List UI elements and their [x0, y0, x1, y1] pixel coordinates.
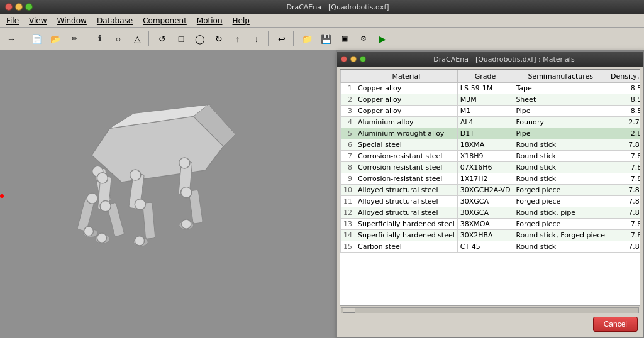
table-row[interactable]: 14 Superficially hardened steel 30X2HBA …	[341, 230, 641, 241]
cell-grade: 07X16H6	[457, 162, 513, 173]
table-row[interactable]: 12 Alloyed structural steel 30XGCA Round…	[341, 207, 641, 219]
cell-density: 7.85	[608, 139, 640, 151]
minimize-button[interactable]	[15, 3, 23, 11]
toolbar-undo-btn[interactable]: ↩	[273, 30, 291, 48]
svg-point-12	[182, 219, 191, 229]
cell-num: 8	[341, 162, 355, 173]
scroll-track[interactable]	[341, 307, 639, 313]
col-grade[interactable]: Grade	[457, 70, 513, 83]
menu-database[interactable]: Database	[92, 15, 138, 26]
materials-table-container[interactable]: Material Grade Semimanufactures Density,…	[340, 69, 640, 305]
window-controls[interactable]	[5, 3, 33, 11]
table-row[interactable]: 5 Aluminium wrought alloy D1T Pipe 2.8 7…	[341, 128, 641, 139]
table-row[interactable]: 9 Corrosion-resistant steel 1X17H2 Round…	[341, 173, 641, 185]
cell-grade: D1T	[457, 128, 513, 139]
dialog-title-bar[interactable]: DraCAEna - [Quadrobotis.dxf] : Materials	[337, 52, 643, 67]
table-row[interactable]: 8 Corrosion-resistant steel 07X16H6 Roun…	[341, 162, 641, 173]
cell-semi: Forged piece	[513, 196, 608, 207]
toolbar-rotatecw-btn[interactable]: ↻	[210, 30, 228, 48]
cell-grade: 30X2HBA	[457, 230, 513, 241]
svg-point-22	[135, 236, 144, 246]
dialog-max-btn[interactable]	[360, 56, 366, 62]
svg-point-16	[100, 201, 111, 212]
materials-table: Material Grade Semimanufactures Density,…	[340, 70, 640, 253]
cell-material: Corrosion-resistant steel	[355, 162, 458, 173]
cell-material: Corrosion-resistant steel	[355, 173, 458, 185]
table-row[interactable]: 4 Aluminium alloy AL4 Foundry 2.78 7000	[341, 117, 641, 128]
toolbar-sep-3	[148, 31, 151, 46]
menu-window[interactable]: Window	[52, 15, 92, 26]
dialog-close-btn[interactable]	[341, 56, 347, 62]
cell-grade: CT 45	[457, 241, 513, 253]
table-row[interactable]: 1 Copper alloy LS-59-1M Tape 8.5 10000	[341, 83, 641, 94]
toolbar-play-btn[interactable]: ▶	[374, 30, 391, 48]
col-num	[341, 70, 355, 83]
cell-material: Alloyed structural steel	[355, 196, 458, 207]
toolbar-info-btn[interactable]: ℹ	[91, 30, 108, 48]
toolbar-edit-btn[interactable]: ✏	[65, 30, 83, 48]
col-semi[interactable]: Semimanufactures	[513, 70, 608, 83]
toolbar-rect-btn[interactable]: □	[172, 30, 190, 48]
menu-view[interactable]: View	[24, 15, 52, 26]
cell-material: Superficially hardened steel	[355, 219, 458, 230]
cell-num: 4	[341, 117, 355, 128]
cell-semi: Sheet	[513, 94, 608, 106]
cell-material: Carbon steel	[355, 241, 458, 253]
cell-num: 7	[341, 151, 355, 162]
col-density[interactable]: Density, g/cm³	[608, 70, 640, 83]
cell-num: 5	[341, 128, 355, 139]
menu-component[interactable]: Component	[138, 15, 192, 26]
toolbar-save-btn[interactable]: 💾	[317, 30, 335, 48]
table-row[interactable]: 7 Corrosion-resistant steel X18H9 Round …	[341, 151, 641, 162]
toolbar-export-btn[interactable]: ▣	[336, 30, 353, 48]
table-row[interactable]: 3 Copper alloy M1 Pipe 8.5 10000	[341, 106, 641, 117]
cell-grade: 1X17H2	[457, 173, 513, 185]
cell-density: 8.5	[608, 94, 640, 106]
table-row[interactable]: 6 Special steel 18XMA Round stick 7.85 2…	[341, 139, 641, 151]
table-row[interactable]: 13 Superficially hardened steel 38XMOA F…	[341, 219, 641, 230]
cell-material: Corrosion-resistant steel	[355, 151, 458, 162]
table-row[interactable]: 11 Alloyed structural steel 30XGCA Forge…	[341, 196, 641, 207]
table-row[interactable]: 15 Carbon steel CT 45 Round stick 7.82 2…	[341, 241, 641, 253]
close-button[interactable]	[5, 3, 13, 11]
toolbar-arrowdown-btn[interactable]: ↓	[248, 30, 265, 48]
toolbar-settings-btn[interactable]: ⚙	[355, 30, 372, 48]
toolbar-new-btn[interactable]: 📄	[28, 30, 45, 48]
cell-grade: 30XGCA	[457, 196, 513, 207]
menu-help[interactable]: Help	[228, 15, 255, 26]
table-row[interactable]: 2 Copper alloy M3M Sheet 8.5 10000	[341, 94, 641, 106]
menu-motion[interactable]: Motion	[192, 15, 228, 26]
toolbar-arrow-btn[interactable]: →	[3, 30, 20, 48]
toolbar-triangle-btn[interactable]: △	[128, 30, 146, 48]
horizontal-scrollbar[interactable]	[340, 305, 640, 314]
cell-grade: 38XMOA	[457, 219, 513, 230]
main-area: DraCAEna - [Quadrobotis.dxf] : Materials…	[0, 50, 644, 338]
cell-material: Copper alloy	[355, 106, 458, 117]
toolbar-folder2-btn[interactable]: 📁	[298, 30, 316, 48]
maximize-button[interactable]	[25, 3, 33, 11]
table-row[interactable]: 10 Alloyed structural steel 30XGCH2A-VD …	[341, 185, 641, 196]
svg-point-25	[97, 173, 108, 183]
scroll-thumb[interactable]	[343, 308, 355, 313]
cell-semi: Tape	[513, 83, 608, 94]
cell-num: 12	[341, 207, 355, 219]
col-material[interactable]: Material	[355, 70, 458, 83]
cell-num: 6	[341, 139, 355, 151]
cancel-button[interactable]: Cancel	[593, 317, 638, 332]
cell-density: 2.8	[608, 128, 640, 139]
cell-grade: 30XGCH2A-VD	[457, 185, 513, 196]
cell-material: Copper alloy	[355, 83, 458, 94]
cell-density: 7.85	[608, 185, 640, 196]
svg-point-24	[179, 158, 190, 168]
toolbar-arrowup-btn[interactable]: ↑	[229, 30, 247, 48]
toolbar-rotateccw-btn[interactable]: ↺	[153, 30, 171, 48]
dialog-body: Material Grade Semimanufactures Density,…	[337, 67, 643, 337]
toolbar-circle2-btn[interactable]: ◯	[191, 30, 209, 48]
toolbar-open-btn[interactable]: 📂	[47, 30, 64, 48]
cell-density: 8.5	[608, 83, 640, 94]
menu-file[interactable]: File	[1, 15, 24, 26]
cell-material: Superficially hardened steel	[355, 230, 458, 241]
dialog-min-btn[interactable]	[350, 56, 357, 62]
cell-material: Aluminium alloy	[355, 117, 458, 128]
toolbar-circle-btn[interactable]: ○	[109, 30, 127, 48]
